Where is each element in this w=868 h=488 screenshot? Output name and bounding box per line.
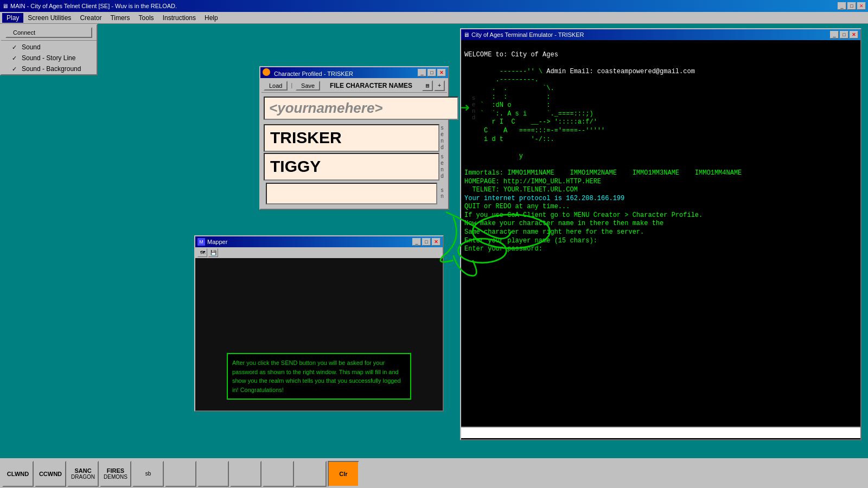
title-bar-controls: _ □ ✕ (838, 2, 866, 10)
mapper-title-left: M Mapper (197, 238, 227, 246)
sound-bg-check: ✓ (12, 66, 18, 73)
char-profile-close[interactable]: ✕ (437, 69, 446, 76)
char-profile-window: Character Profiled - TRISKER _ □ ✕ Load … (259, 66, 449, 210)
mapper-controls: _ □ ✕ (412, 238, 441, 246)
char-side-btns-tiggy: s e n d (439, 153, 445, 181)
separator (1, 40, 97, 41)
mapper-info-box: After you click the SEND button you will… (227, 353, 411, 400)
char-profile-controls: _ □ ✕ (418, 69, 446, 76)
char-load-button[interactable]: Load (264, 81, 288, 91)
mapper-close[interactable]: ✕ (432, 238, 441, 246)
terminal-title-left: 🖥 City of Ages Terminal Emulator - TRISK… (463, 31, 584, 38)
terminal-title: City of Ages Terminal Emulator - TRISKER (471, 31, 584, 38)
mapper-content: After you click the SEND button you will… (195, 258, 443, 410)
task-btn-6[interactable] (165, 461, 196, 487)
title-bar-left: 🖥 MAIN - City of Ages Telnet Client [SE]… (2, 3, 177, 9)
close-button[interactable]: ✕ (857, 2, 866, 10)
task-btn-clr[interactable]: Clr (328, 461, 359, 487)
terminal-input[interactable] (461, 427, 860, 438)
char-profile-minimize[interactable]: _ (418, 69, 426, 76)
sound-story-check: ✓ (12, 55, 18, 62)
mapper-tool-2[interactable]: 💾 (208, 248, 218, 257)
char-profile-title-bar: Character Profiled - TRISKER _ □ ✕ (260, 67, 448, 78)
send-arrow-icon: ➜ (461, 99, 470, 117)
menu-bar: Play Screen Utilities Creator Timers Too… (0, 12, 868, 24)
minimize-button[interactable]: _ (838, 2, 846, 10)
char-toolbar-sep: | (290, 82, 293, 89)
terminal-content: WELCOME to: City of Ages -------'' \ Adm… (461, 40, 860, 426)
app-icon: 🖥 (2, 3, 8, 9)
connect-button[interactable]: Connect (5, 27, 92, 38)
char-save-button[interactable]: Save (296, 81, 320, 91)
char-name-tiggy: TIGGY (264, 153, 439, 181)
title-bar-left: Character Profiled - TRISKER (263, 68, 353, 77)
char-profile-maximize[interactable]: □ (427, 69, 436, 76)
mapper-toolbar: 🗺 💾 (195, 247, 443, 258)
char-icon-2[interactable]: + (434, 80, 445, 91)
char-name-row: ➜ s e n d (261, 93, 447, 123)
terminal-icon: 🖥 (463, 31, 469, 38)
maximize-button[interactable]: □ (847, 2, 856, 10)
app-title: MAIN - City of Ages Telnet Client [SE] -… (10, 3, 177, 9)
menu-creator[interactable]: Creator (75, 13, 106, 23)
menu-timers[interactable]: Timers (106, 13, 134, 23)
mapper-minimize[interactable]: _ (412, 238, 421, 246)
terminal-maximize[interactable]: □ (840, 31, 848, 38)
char-profile-icon (263, 68, 270, 76)
task-btn-sb[interactable]: sb (132, 461, 164, 487)
char-toolbar-title: FILE CHARACTER NAMES (322, 82, 420, 89)
task-btn-10[interactable] (295, 461, 327, 487)
task-btn-8[interactable] (230, 461, 261, 487)
task-btn-9[interactable] (263, 461, 294, 487)
mapper-title-bar: M Mapper _ □ ✕ (195, 236, 443, 247)
menu-instructions[interactable]: Instructions (158, 13, 200, 23)
char-profile-content: Load | Save FILE CHARACTER NAMES ▤ + ➜ s… (260, 78, 448, 209)
task-btn-sanc[interactable]: SANC DRAGON (67, 461, 99, 487)
mapper-maximize[interactable]: □ (422, 238, 431, 246)
sound-item[interactable]: ✓ Sound (1, 42, 97, 53)
mapper-title: Mapper (207, 239, 227, 245)
char-name-input[interactable] (264, 97, 458, 120)
terminal-minimize[interactable]: _ (830, 31, 839, 38)
task-btn-ccwnd[interactable]: CCWND (35, 461, 66, 487)
terminal-controls: _ □ ✕ (830, 31, 858, 38)
char-new-input[interactable] (266, 183, 437, 204)
task-btn-fires[interactable]: FIRES DEMONS (100, 461, 131, 487)
char-name-trisker: TRISKER (264, 124, 439, 152)
char-side-btns-trisker: s e n d (439, 124, 445, 152)
sound-bg-item[interactable]: ✓ Sound - Background (1, 63, 97, 74)
menu-play[interactable]: Play (2, 13, 23, 23)
send-side-label: s e n d (472, 95, 476, 121)
taskbar: CLWND CCWND SANC DRAGON FIRES DEMONS sb … (0, 458, 868, 488)
char-list-item-tiggy: TIGGY s e n d (264, 153, 445, 181)
main-title-bar: 🖥 MAIN - City of Ages Telnet Client [SE]… (0, 0, 868, 12)
char-new-side: s n (439, 182, 445, 206)
play-dropdown: Connect ✓ Sound ✓ Sound - Story Line ✓ S… (0, 24, 98, 75)
menu-help[interactable]: Help (200, 13, 222, 23)
char-toolbar: Load | Save FILE CHARACTER NAMES ▤ + (261, 79, 447, 93)
mapper-tool-1[interactable]: 🗺 (197, 248, 207, 257)
task-btn-7[interactable] (197, 461, 229, 487)
menu-screen-utilities[interactable]: Screen Utilities (23, 13, 75, 23)
sound-check: ✓ (12, 44, 18, 51)
main-area: Character Profiled - TRISKER _ □ ✕ Load … (0, 24, 868, 458)
sound-story-item[interactable]: ✓ Sound - Story Line (1, 53, 97, 63)
mapper-icon: M (197, 238, 205, 246)
char-profile-title: Character Profiled - TRISKER (274, 70, 353, 77)
terminal-title-bar: 🖥 City of Ages Terminal Emulator - TRISK… (461, 29, 860, 40)
char-list-item-trisker: TRISKER s e n d (264, 124, 445, 152)
terminal-input-bar (461, 426, 860, 438)
menu-tools[interactable]: Tools (135, 13, 158, 23)
task-btn-clwnd[interactable]: CLWND (2, 461, 34, 487)
terminal-window: 🖥 City of Ages Terminal Emulator - TRISK… (460, 28, 861, 440)
char-new-row: s n (264, 182, 445, 206)
char-icon-1[interactable]: ▤ (422, 80, 433, 91)
terminal-close[interactable]: ✕ (850, 31, 858, 38)
mapper-window: M Mapper _ □ ✕ 🗺 💾 After you click the S… (194, 235, 444, 412)
char-toolbar-icons: ▤ + (422, 80, 445, 91)
